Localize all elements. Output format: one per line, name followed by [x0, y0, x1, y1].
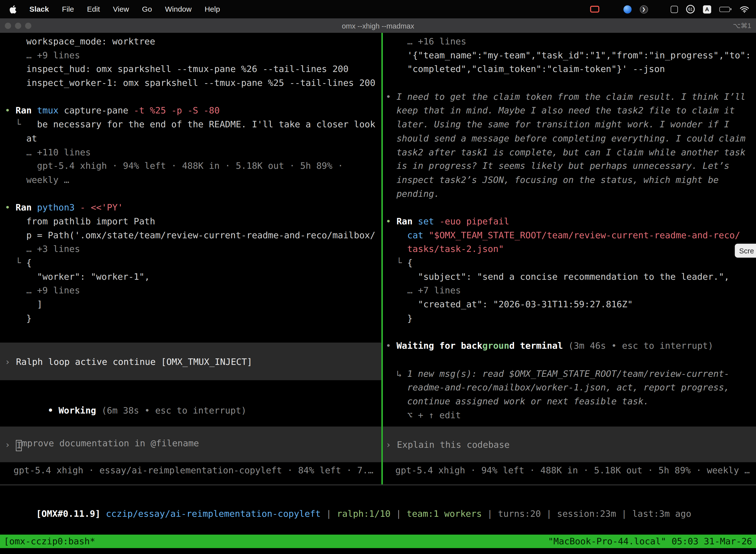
wifi-icon[interactable]: [740, 5, 749, 13]
terminal-line: tasks/task-2.json": [386, 242, 756, 256]
menu-edit[interactable]: Edit: [87, 5, 100, 13]
left-pane-output: workspace_mode: worktree … +9 lines insp…: [0, 33, 381, 325]
menu-bar: Slack File Edit View Go Window Help ❯ 61…: [0, 0, 756, 18]
text-cursor: I: [16, 440, 21, 451]
input-source-icon[interactable]: A: [703, 5, 711, 13]
terminal-text-segment: gpt-5.4 xhigh · 94% left · 488K in · 5.1…: [5, 161, 343, 171]
terminal-text-segment: … +7 lines: [386, 285, 461, 296]
terminal-line: [5, 187, 381, 201]
terminal-text-segment: at: [5, 133, 37, 143]
omx-ralph: ralph:1/10: [337, 508, 391, 518]
terminal-text-segment: … +110 lines: [5, 147, 90, 157]
terminal-line: "worker": "worker-1",: [5, 270, 381, 284]
terminal-line: • I need to get the claim token from the…: [386, 90, 756, 104]
terminal-text-segment: cat: [407, 230, 423, 240]
right-input-placeholder[interactable]: Explain this codebase: [397, 439, 510, 449]
terminal-line: cat "$OMX_TEAM_STATE_ROOT/team/review-cu…: [386, 229, 756, 242]
terminal-text-segment: "completed","claim_token":"claim-token"}…: [386, 64, 665, 74]
left-pane[interactable]: workspace_mode: worktree … +9 lines insp…: [0, 33, 381, 484]
terminal-text-segment: └: [5, 258, 26, 268]
tmux-session-window[interactable]: [omx-cczip0:bash*: [4, 535, 95, 548]
terminal-line: └ {: [386, 256, 756, 270]
terminal-text-segment: •: [386, 216, 396, 226]
omx-team: team:1 workers: [406, 508, 482, 518]
menu-help[interactable]: Help: [205, 5, 220, 13]
minimize-button[interactable]: [15, 22, 21, 29]
terminal-text-segment: tasks/task-2.json": [386, 244, 504, 254]
terminal-text-segment: continue assigned work or next feasible …: [386, 396, 649, 406]
terminal-line: '{"team_name":"my-team","task_id":"1","f…: [386, 49, 756, 63]
right-pane-output: … +16 lines '{"team_name":"my-team","tas…: [383, 33, 756, 422]
terminal-text-segment: ]: [5, 299, 43, 309]
terminal-app-icon[interactable]: ❯: [640, 5, 648, 13]
terminal-text-segment: later. Using the same for transition mig…: [386, 119, 730, 129]
terminal-text-segment: keep that in mind. Maybe I also need the…: [386, 106, 735, 116]
terminal-text-segment: should send a message before completing …: [386, 133, 746, 143]
active-app-name[interactable]: Slack: [29, 5, 49, 13]
right-pane[interactable]: … +16 lines '{"team_name":"my-team","tas…: [383, 33, 756, 484]
omx-session: session:23m: [557, 508, 616, 518]
terminal-line: … +9 lines: [5, 49, 381, 63]
terminal-line: task2 after task1 is complete, but can I…: [386, 146, 756, 159]
omx-last: last:3m ago: [632, 508, 691, 518]
inject-band-text: Ralph loop active continue [OMX_TMUX_INJ…: [16, 356, 252, 367]
battery-icon[interactable]: [719, 6, 732, 12]
left-input-placeholder[interactable]: Improve documentation in @filename: [16, 438, 199, 451]
screen-popup-fragment[interactable]: Scre: [735, 244, 756, 258]
terminal-line: should send a message before completing …: [386, 131, 756, 146]
prompt-chevron-icon: ›: [386, 439, 391, 449]
keycap-icon[interactable]: [671, 5, 678, 13]
terminal-line: inspect_worker-1: omx sparkshell --tmux-…: [5, 76, 381, 90]
blue-globe-icon[interactable]: [623, 5, 631, 13]
terminal-line: [386, 201, 756, 215]
terminal-text-segment: is in progress? It seems likely but perh…: [386, 161, 730, 171]
terminal-text-segment: •: [5, 202, 15, 213]
terminal-line: keep that in mind. Maybe I also need the…: [386, 104, 756, 118]
menu-window[interactable]: Window: [165, 5, 191, 13]
terminal-line: "completed","claim_token":"claim-token"}…: [386, 62, 756, 76]
terminal-line: workspace_mode: worktree: [5, 35, 381, 49]
terminal-line: ⌥ + ↑ edit: [386, 408, 756, 423]
menu-go[interactable]: Go: [142, 5, 152, 13]
terminal-text-segment: "$OMX_TEAM_STATE_ROOT/team/review-curren…: [429, 230, 740, 240]
menu-bar-status-icons: ❯ 61 A: [590, 5, 749, 13]
working-label: Working: [59, 405, 96, 416]
terminal-text-segment: {: [26, 258, 32, 268]
terminal-line: }: [5, 312, 381, 325]
terminal-text-segment: groun: [483, 341, 509, 351]
dots-grid-icon[interactable]: [656, 6, 663, 12]
left-input-band[interactable]: › Improve documentation in @filename: [0, 427, 381, 462]
terminal-text-segment: •: [5, 106, 15, 116]
inject-band[interactable]: › Ralph loop active continue [OMX_TMUX_I…: [0, 342, 381, 380]
terminal-text-segment: Ran: [16, 106, 32, 116]
terminal-line: └ {: [5, 256, 381, 270]
menu-view[interactable]: View: [113, 5, 129, 13]
terminal-line: "subject": "send a concise recommendatio…: [386, 270, 756, 284]
omx-status-line: [OMX#0.11.9] cczip/essay/ai-reimplementa…: [4, 493, 692, 507]
terminal-text-segment: └: [5, 119, 37, 129]
screen: Slack File Edit View Go Window Help ❯ 61…: [0, 0, 756, 554]
window-tiles-icon[interactable]: [608, 6, 615, 12]
omx-version: [OMX#0.11.9]: [36, 508, 101, 518]
terminal-line: weekly …: [5, 173, 381, 187]
screen-sharing-icon[interactable]: [590, 6, 599, 12]
close-button[interactable]: [5, 22, 11, 29]
terminal-text-segment: workspace_mode: worktree: [5, 36, 155, 46]
terminal-line: • Ran python3 - <<'PY': [5, 201, 381, 215]
right-input-band[interactable]: › Explain this codebase: [383, 427, 756, 462]
menu-file[interactable]: File: [62, 5, 74, 13]
terminal-text-segment: [434, 216, 440, 226]
terminal-text-segment: '{"team_name":"my-team","task_id":"1","f…: [386, 50, 751, 60]
apple-menu-icon[interactable]: [10, 5, 16, 13]
omx-branch: cczip/essay/ai-reimplementation-copyleft: [106, 508, 321, 518]
zoom-button[interactable]: [25, 22, 31, 29]
terminal-line: at: [5, 131, 381, 146]
terminal-text-segment: … +3 lines: [5, 244, 80, 254]
terminal-text-segment: from pathlib import Path: [5, 216, 155, 226]
working-detail: (6m 38s • esc to interrupt): [96, 405, 247, 416]
terminal-text-segment: readme-and-reco/mailbox/worker-1.json, a…: [386, 382, 730, 392]
horizontal-divider: [0, 485, 756, 486]
battery-percent-gauge[interactable]: 61: [686, 5, 695, 13]
terminal-text-segment: •: [386, 341, 396, 351]
separator: |: [390, 508, 406, 518]
